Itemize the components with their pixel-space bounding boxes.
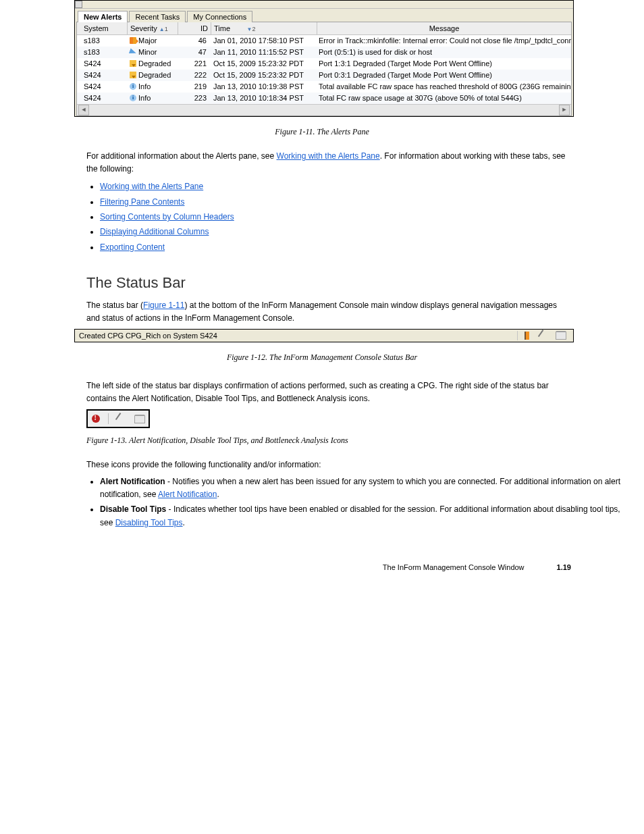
status-bar-intro: The status bar (Figure 1-11) at the bott…	[86, 299, 570, 325]
page-footer: The InForm Management Console Window 1.1…	[11, 563, 571, 571]
figure-1-11-caption: Figure 1-11. The Alerts Pane	[11, 126, 633, 138]
collapse-up-icon[interactable]	[75, 1, 82, 8]
severity-icon	[130, 37, 136, 44]
tab-my-connections[interactable]: My Connections	[187, 11, 252, 22]
bullet-title-tooltips: Disable Tool Tips	[100, 504, 166, 514]
footer-section: The InForm Management Console Window	[383, 563, 525, 571]
table-row[interactable]: s183Minor47Jan 11, 2010 11:15:52 PSTPort…	[77, 47, 571, 58]
cell-message: Port 0:3:1 Degraded (Target Mode Port We…	[316, 70, 571, 80]
table-row[interactable]: S424Degraded221Oct 15, 2009 15:23:32 PDT…	[77, 58, 571, 70]
link-working-with-alerts[interactable]: Working with the Alerts Pane	[100, 182, 203, 191]
status-lead: The status bar (	[86, 301, 143, 310]
table-row[interactable]: S424Degraded222Oct 15, 2009 15:23:32 PDT…	[77, 70, 571, 81]
col-id[interactable]: ID	[178, 22, 211, 34]
col-severity-label: Severity	[130, 24, 157, 32]
cell-system: S424	[77, 59, 127, 68]
link-filtering-pane[interactable]: Filtering Pane Contents	[100, 197, 184, 207]
col-system[interactable]: System	[77, 22, 128, 34]
cell-id: 223	[177, 93, 211, 103]
cell-system: S424	[77, 82, 127, 91]
sort-asc-icon: ▲	[159, 26, 165, 32]
status-bar-icons	[518, 331, 573, 340]
table-header: System Severity ▲1 ID Time ▼2 Message	[77, 22, 571, 35]
table-row[interactable]: s183Major46Jan 01, 2010 17:58:10 PSTErro…	[77, 35, 571, 47]
link-alert-notification[interactable]: Alert Notification	[158, 490, 217, 499]
alerts-tabs: New Alerts Recent Tasks My Connections	[75, 9, 573, 22]
sort-order-2: 2	[252, 26, 255, 32]
tab-new-alerts[interactable]: New Alerts	[78, 11, 128, 22]
col-message[interactable]: Message	[317, 22, 571, 34]
window-grip	[75, 1, 573, 9]
cell-message: Port 1:3:1 Degraded (Target Mode Port We…	[316, 59, 571, 68]
intro-text-1: For additional information about the Ale…	[86, 151, 277, 161]
bottleneck-close-icon	[134, 415, 145, 423]
table-body: s183Major46Jan 01, 2010 17:58:10 PSTErro…	[77, 35, 571, 104]
figure-1-13-caption: Figure 1-13. Alert Notification, Disable…	[86, 435, 633, 446]
icons-bullets: Alert Notification - Notifies you when a…	[100, 475, 633, 529]
scroll-right-icon[interactable]: ►	[559, 105, 570, 115]
cell-system: s183	[77, 36, 127, 45]
list-item: Exporting Content	[100, 240, 633, 254]
link-sorting-columns[interactable]: Sorting Contents by Column Headers	[100, 212, 234, 221]
disable-tooltips-close-icon	[115, 413, 127, 425]
link-disabling-tooltips[interactable]: Disabling Tool Tips	[115, 518, 183, 527]
cell-id: 219	[177, 82, 211, 91]
related-links-list: Working with the Alerts Pane Filtering P…	[100, 180, 633, 254]
severity-icon	[129, 49, 137, 56]
scroll-left-icon[interactable]: ◄	[78, 105, 89, 115]
cell-time: Oct 15, 2009 15:23:32 PDT	[211, 59, 316, 68]
col-time[interactable]: Time ▼2	[211, 22, 317, 34]
cell-severity: iInfo	[127, 93, 177, 103]
list-item: Sorting Contents by Column Headers	[100, 210, 633, 224]
col-time-label: Time	[214, 24, 230, 32]
cell-id: 46	[177, 36, 211, 45]
status-bar-message: Created CPG CPG_Rich on System S424	[75, 330, 517, 342]
bullet-tail-1: .	[217, 490, 219, 499]
sort-order-1: 1	[165, 26, 168, 32]
table-row[interactable]: S424iInfo219Jan 13, 2010 10:19:38 PSTTot…	[77, 81, 571, 93]
link-working-with-alerts-inline[interactable]: Working with the Alerts Pane	[277, 151, 380, 161]
cell-system: s183	[77, 47, 127, 57]
separator	[108, 413, 109, 424]
list-item: Working with the Alerts Pane	[100, 180, 633, 193]
cell-time: Jan 11, 2010 11:15:52 PST	[211, 47, 316, 57]
cell-message: Total FC raw space usage at 307G (above …	[316, 93, 571, 103]
list-item: Filtering Pane Contents	[100, 195, 633, 209]
cell-system: S424	[77, 93, 127, 103]
bullet-tail-2: .	[183, 518, 185, 527]
cell-id: 222	[177, 70, 211, 80]
cell-severity: Major	[127, 36, 177, 45]
disable-tooltips-icon[interactable]	[538, 330, 550, 342]
list-item: Displaying Additional Columns	[100, 225, 633, 238]
cell-time: Jan 01, 2010 17:58:10 PST	[211, 36, 316, 45]
cell-severity: Degraded	[127, 59, 177, 68]
bullet-title-alert: Alert Notification	[100, 477, 165, 486]
cell-severity: iInfo	[127, 82, 177, 91]
link-additional-columns[interactable]: Displaying Additional Columns	[100, 227, 209, 236]
cell-message: Total available FC raw space has reached…	[316, 82, 571, 91]
alert-notification-icon[interactable]	[525, 332, 533, 340]
link-exporting-content[interactable]: Exporting Content	[100, 242, 165, 252]
severity-icon	[130, 72, 136, 78]
status-bar-description: The left side of the status bar displays…	[86, 380, 570, 405]
list-item: Alert Notification - Notifies you when a…	[100, 475, 633, 501]
tab-recent-tasks[interactable]: Recent Tasks	[129, 11, 186, 22]
cell-id: 221	[177, 59, 211, 68]
bottleneck-analysis-icon[interactable]	[556, 331, 566, 340]
figure-1-12-caption: Figure 1-12. The InForm Management Conso…	[11, 352, 633, 363]
col-severity[interactable]: Severity ▲1	[128, 22, 178, 34]
cell-message: Port (0:5:1) is used for disk or host	[316, 47, 571, 57]
cell-time: Jan 13, 2010 10:18:34 PST	[211, 93, 316, 103]
cell-time: Jan 13, 2010 10:19:38 PST	[211, 82, 316, 91]
severity-icon	[130, 60, 136, 67]
icons-intro: These icons provide the following functi…	[86, 459, 570, 471]
table-row[interactable]: S424iInfo223Jan 13, 2010 10:18:34 PSTTot…	[77, 93, 571, 104]
alerts-table: System Severity ▲1 ID Time ▼2 Message s1…	[76, 22, 572, 116]
info-icon: i	[130, 95, 136, 101]
link-figure-1-11[interactable]: Figure 1-11	[143, 301, 184, 310]
cell-id: 47	[177, 47, 211, 57]
cell-severity: Minor	[127, 47, 177, 57]
alerts-pane-figure: New Alerts Recent Tasks My Connections S…	[74, 0, 574, 117]
info-icon: i	[130, 83, 136, 90]
horizontal-scrollbar[interactable]: ◄ ►	[77, 104, 571, 115]
